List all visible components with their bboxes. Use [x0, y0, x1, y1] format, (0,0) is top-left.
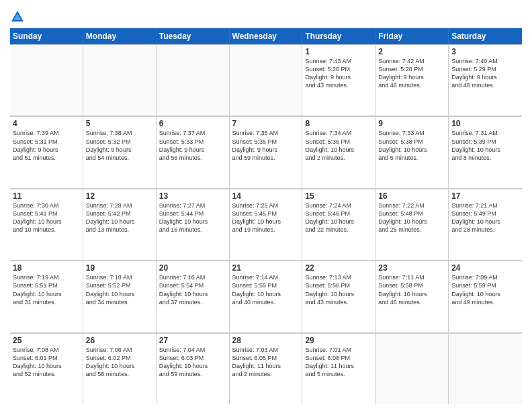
- day-info: Sunrise: 7:34 AM Sunset: 5:36 PM Dayligh…: [305, 129, 372, 162]
- day-number: 1: [305, 47, 372, 56]
- day-info: Sunrise: 7:01 AM Sunset: 6:06 PM Dayligh…: [305, 346, 372, 379]
- calendar-cell: 19Sunrise: 7:18 AM Sunset: 5:52 PM Dayli…: [83, 261, 157, 332]
- day-info: Sunrise: 7:25 AM Sunset: 5:45 PM Dayligh…: [232, 201, 300, 234]
- day-number: 16: [378, 191, 445, 201]
- day-info: Sunrise: 7:33 AM Sunset: 5:38 PM Dayligh…: [378, 129, 445, 162]
- header: [10, 7, 522, 24]
- header-day-saturday: Saturday: [449, 28, 522, 44]
- calendar-cell: 22Sunrise: 7:13 AM Sunset: 5:56 PM Dayli…: [302, 261, 375, 332]
- calendar-cell: 8Sunrise: 7:34 AM Sunset: 5:36 PM Daylig…: [302, 116, 375, 187]
- day-number: 10: [451, 119, 519, 128]
- day-info: Sunrise: 7:13 AM Sunset: 5:56 PM Dayligh…: [305, 273, 372, 306]
- day-info: Sunrise: 7:09 AM Sunset: 5:59 PM Dayligh…: [451, 273, 519, 306]
- calendar-cell: 17Sunrise: 7:21 AM Sunset: 5:49 PM Dayli…: [449, 189, 522, 260]
- calendar-week-3: 11Sunrise: 7:30 AM Sunset: 5:41 PM Dayli…: [10, 189, 522, 261]
- day-number: 9: [378, 119, 445, 128]
- day-number: 24: [451, 263, 519, 273]
- day-number: 23: [378, 263, 445, 273]
- day-number: 7: [232, 119, 300, 128]
- header-day-tuesday: Tuesday: [157, 28, 230, 44]
- day-info: Sunrise: 7:43 AM Sunset: 5:26 PM Dayligh…: [305, 57, 372, 90]
- day-number: 18: [13, 263, 80, 273]
- day-number: 14: [232, 191, 300, 201]
- day-number: 21: [232, 263, 300, 273]
- header-day-thursday: Thursday: [302, 28, 375, 44]
- day-info: Sunrise: 7:03 AM Sunset: 6:05 PM Dayligh…: [232, 346, 300, 379]
- calendar: SundayMondayTuesdayWednesdayThursdayFrid…: [10, 28, 522, 404]
- calendar-cell: [83, 44, 157, 116]
- calendar-cell: [157, 44, 230, 116]
- day-info: Sunrise: 7:42 AM Sunset: 5:28 PM Dayligh…: [378, 57, 445, 90]
- day-number: 13: [159, 191, 226, 201]
- calendar-cell: 28Sunrise: 7:03 AM Sunset: 6:05 PM Dayli…: [230, 333, 303, 404]
- calendar-cell: 1Sunrise: 7:43 AM Sunset: 5:26 PM Daylig…: [302, 44, 375, 116]
- calendar-cell: 9Sunrise: 7:33 AM Sunset: 5:38 PM Daylig…: [375, 116, 449, 187]
- calendar-cell: 26Sunrise: 7:06 AM Sunset: 6:02 PM Dayli…: [83, 333, 157, 404]
- header-day-friday: Friday: [375, 28, 449, 44]
- calendar-cell: 25Sunrise: 7:08 AM Sunset: 6:01 PM Dayli…: [10, 333, 83, 404]
- calendar-body: 1Sunrise: 7:43 AM Sunset: 5:26 PM Daylig…: [10, 44, 522, 404]
- day-info: Sunrise: 7:19 AM Sunset: 5:51 PM Dayligh…: [13, 273, 80, 306]
- calendar-cell: 10Sunrise: 7:31 AM Sunset: 5:39 PM Dayli…: [449, 116, 522, 187]
- calendar-cell: 21Sunrise: 7:14 AM Sunset: 5:55 PM Dayli…: [230, 261, 303, 332]
- calendar-cell: [449, 333, 522, 404]
- calendar-cell: 13Sunrise: 7:27 AM Sunset: 5:44 PM Dayli…: [157, 189, 230, 260]
- day-number: 17: [451, 191, 519, 201]
- day-info: Sunrise: 7:37 AM Sunset: 5:33 PM Dayligh…: [159, 129, 226, 162]
- calendar-cell: [230, 44, 303, 116]
- day-info: Sunrise: 7:18 AM Sunset: 5:52 PM Dayligh…: [86, 273, 153, 306]
- day-number: 22: [305, 263, 372, 273]
- calendar-cell: [375, 333, 449, 404]
- calendar-cell: 4Sunrise: 7:39 AM Sunset: 5:31 PM Daylig…: [10, 116, 83, 187]
- day-info: Sunrise: 7:38 AM Sunset: 5:32 PM Dayligh…: [86, 129, 153, 162]
- day-info: Sunrise: 7:27 AM Sunset: 5:44 PM Dayligh…: [159, 201, 226, 234]
- calendar-cell: 15Sunrise: 7:24 AM Sunset: 5:46 PM Dayli…: [302, 189, 375, 260]
- day-number: 15: [305, 191, 372, 201]
- header-day-wednesday: Wednesday: [230, 28, 303, 44]
- calendar-cell: 5Sunrise: 7:38 AM Sunset: 5:32 PM Daylig…: [83, 116, 157, 187]
- day-info: Sunrise: 7:28 AM Sunset: 5:42 PM Dayligh…: [86, 201, 153, 234]
- day-number: 27: [159, 336, 226, 345]
- header-day-sunday: Sunday: [10, 28, 83, 44]
- day-info: Sunrise: 7:06 AM Sunset: 6:02 PM Dayligh…: [86, 346, 153, 379]
- day-info: Sunrise: 7:11 AM Sunset: 5:58 PM Dayligh…: [378, 273, 445, 306]
- calendar-cell: 7Sunrise: 7:35 AM Sunset: 5:35 PM Daylig…: [230, 116, 303, 187]
- calendar-cell: 2Sunrise: 7:42 AM Sunset: 5:28 PM Daylig…: [375, 44, 449, 116]
- day-number: 8: [305, 119, 372, 128]
- day-info: Sunrise: 7:04 AM Sunset: 6:03 PM Dayligh…: [159, 346, 226, 379]
- calendar-cell: 20Sunrise: 7:16 AM Sunset: 5:54 PM Dayli…: [157, 261, 230, 332]
- day-number: 5: [86, 119, 153, 128]
- day-number: 12: [86, 191, 153, 201]
- day-info: Sunrise: 7:21 AM Sunset: 5:49 PM Dayligh…: [451, 201, 519, 234]
- day-number: 29: [305, 336, 372, 345]
- day-info: Sunrise: 7:14 AM Sunset: 5:55 PM Dayligh…: [232, 273, 300, 306]
- calendar-cell: 24Sunrise: 7:09 AM Sunset: 5:59 PM Dayli…: [449, 261, 522, 332]
- day-info: Sunrise: 7:22 AM Sunset: 5:48 PM Dayligh…: [378, 201, 445, 234]
- day-info: Sunrise: 7:39 AM Sunset: 5:31 PM Dayligh…: [13, 129, 80, 162]
- calendar-cell: 16Sunrise: 7:22 AM Sunset: 5:48 PM Dayli…: [375, 189, 449, 260]
- calendar-cell: 11Sunrise: 7:30 AM Sunset: 5:41 PM Dayli…: [10, 189, 83, 260]
- day-number: 26: [86, 336, 153, 345]
- day-info: Sunrise: 7:35 AM Sunset: 5:35 PM Dayligh…: [232, 129, 300, 162]
- logo: [10, 9, 26, 24]
- day-number: 20: [159, 263, 226, 273]
- day-info: Sunrise: 7:08 AM Sunset: 6:01 PM Dayligh…: [13, 346, 80, 379]
- day-number: 4: [13, 119, 80, 128]
- day-info: Sunrise: 7:40 AM Sunset: 5:29 PM Dayligh…: [451, 57, 519, 90]
- day-number: 2: [378, 47, 445, 56]
- calendar-cell: 3Sunrise: 7:40 AM Sunset: 5:29 PM Daylig…: [449, 44, 522, 116]
- day-number: 3: [451, 47, 519, 56]
- calendar-cell: 12Sunrise: 7:28 AM Sunset: 5:42 PM Dayli…: [83, 189, 157, 260]
- day-info: Sunrise: 7:24 AM Sunset: 5:46 PM Dayligh…: [305, 201, 372, 234]
- calendar-header: SundayMondayTuesdayWednesdayThursdayFrid…: [10, 28, 522, 44]
- day-number: 11: [13, 191, 80, 201]
- day-number: 6: [159, 119, 226, 128]
- calendar-week-5: 25Sunrise: 7:08 AM Sunset: 6:01 PM Dayli…: [10, 333, 522, 404]
- calendar-cell: 29Sunrise: 7:01 AM Sunset: 6:06 PM Dayli…: [302, 333, 375, 404]
- calendar-cell: 18Sunrise: 7:19 AM Sunset: 5:51 PM Dayli…: [10, 261, 83, 332]
- calendar-cell: 14Sunrise: 7:25 AM Sunset: 5:45 PM Dayli…: [230, 189, 303, 260]
- day-number: 28: [232, 336, 300, 345]
- day-info: Sunrise: 7:31 AM Sunset: 5:39 PM Dayligh…: [451, 129, 519, 162]
- calendar-cell: 27Sunrise: 7:04 AM Sunset: 6:03 PM Dayli…: [157, 333, 230, 404]
- calendar-cell: 6Sunrise: 7:37 AM Sunset: 5:33 PM Daylig…: [157, 116, 230, 187]
